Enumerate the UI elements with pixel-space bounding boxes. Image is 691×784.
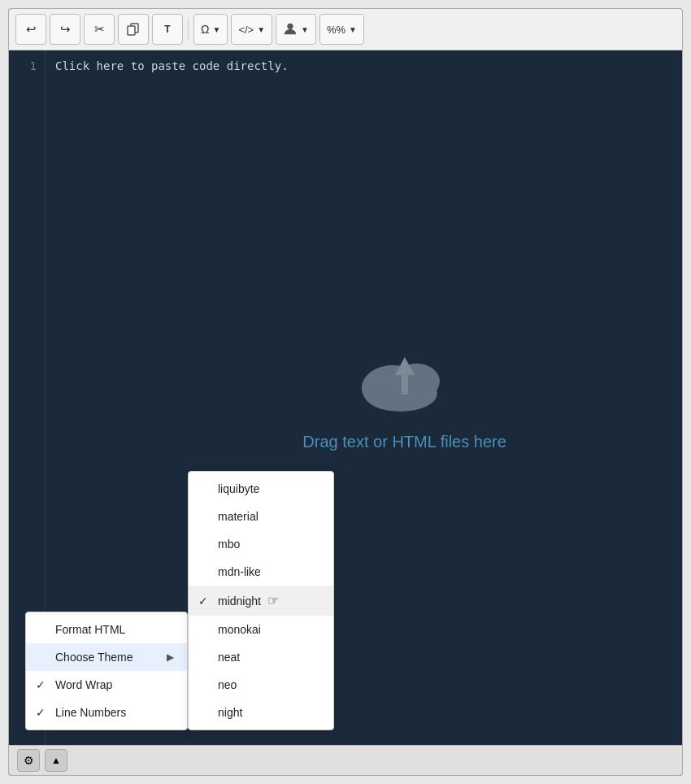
user-icon bbox=[283, 21, 298, 38]
editor-window: ↩ ↪ ✂ T Ω ▼ </> ▼ ▼ bbox=[8, 8, 683, 776]
line-number-1: 1 bbox=[30, 59, 37, 72]
theme-monokai[interactable]: monokai bbox=[189, 616, 333, 643]
word-wrap-item[interactable]: ✓ Word Wrap bbox=[26, 671, 187, 699]
theme-neat-label: neat bbox=[218, 651, 240, 664]
format-html-label: Format HTML bbox=[55, 623, 125, 636]
submenu-arrow-icon: ▶ bbox=[167, 651, 174, 663]
theme-mbo[interactable]: mbo bbox=[189, 530, 333, 558]
toolbar: ↩ ↪ ✂ T Ω ▼ </> ▼ ▼ bbox=[9, 9, 682, 50]
cut-button[interactable]: ✂ bbox=[84, 14, 115, 45]
percent-label: %% bbox=[327, 24, 346, 36]
theme-submenu: liquibyte material mbo mdn-like midnight… bbox=[188, 471, 334, 730]
drag-drop-text: Drag text or HTML files here bbox=[302, 429, 506, 455]
omega-icon: Ω bbox=[201, 23, 209, 36]
theme-neo-label: neo bbox=[218, 678, 237, 691]
theme-neat[interactable]: neat bbox=[189, 643, 333, 671]
editor-placeholder: Click here to paste code directly. bbox=[55, 59, 289, 72]
theme-material[interactable]: material bbox=[189, 503, 333, 530]
gear-icon: ⚙ bbox=[24, 754, 34, 767]
theme-neo[interactable]: neo bbox=[189, 671, 333, 699]
context-menu: Format HTML Choose Theme ▶ ✓ Word Wrap ✓… bbox=[25, 612, 188, 730]
copy-button[interactable] bbox=[118, 14, 149, 45]
user-dropdown[interactable]: ▼ bbox=[276, 14, 316, 45]
collapse-arrow-button[interactable]: ▲ bbox=[45, 749, 67, 772]
format-html-item[interactable]: Format HTML bbox=[26, 616, 187, 643]
redo-button[interactable]: ↪ bbox=[50, 14, 80, 45]
svg-point-2 bbox=[287, 23, 293, 28]
percent-chevron: ▼ bbox=[349, 25, 357, 34]
undo-button[interactable]: ↩ bbox=[15, 14, 46, 45]
line-numbers-item[interactable]: ✓ Line Numbers bbox=[26, 699, 187, 726]
theme-midnight-label: midnight bbox=[218, 595, 261, 608]
status-bar: ⚙ ▲ bbox=[9, 745, 682, 775]
theme-night-label: night bbox=[218, 706, 242, 719]
code-icon: </> bbox=[238, 24, 254, 36]
settings-gear-button[interactable]: ⚙ bbox=[17, 749, 40, 772]
word-wrap-checkmark: ✓ bbox=[36, 678, 46, 691]
user-chevron: ▼ bbox=[301, 25, 309, 34]
svg-point-5 bbox=[364, 376, 437, 412]
svg-rect-1 bbox=[128, 26, 135, 35]
upload-cloud-icon bbox=[356, 341, 454, 414]
code-dropdown[interactable]: </> ▼ bbox=[231, 14, 272, 45]
line-numbers-label: Line Numbers bbox=[55, 706, 126, 719]
word-wrap-label: Word Wrap bbox=[55, 678, 112, 691]
cursor-icon: ☞ bbox=[267, 593, 279, 608]
upload-area: Drag text or HTML files here bbox=[302, 341, 506, 455]
theme-mdn-like[interactable]: mdn-like bbox=[189, 558, 333, 586]
theme-midnight[interactable]: midnight ☞ bbox=[189, 586, 333, 616]
theme-mdn-like-label: mdn-like bbox=[218, 565, 261, 578]
choose-theme-item[interactable]: Choose Theme ▶ bbox=[26, 643, 187, 671]
choose-theme-label: Choose Theme bbox=[55, 651, 133, 664]
theme-material-label: material bbox=[218, 510, 259, 523]
omega-chevron: ▼ bbox=[212, 25, 220, 34]
arrow-up-icon: ▲ bbox=[51, 755, 61, 766]
theme-night[interactable]: night bbox=[189, 699, 333, 726]
theme-mbo-label: mbo bbox=[218, 538, 240, 551]
theme-liquibyte[interactable]: liquibyte bbox=[189, 475, 333, 503]
code-chevron: ▼ bbox=[257, 25, 265, 34]
theme-liquibyte-label: liquibyte bbox=[218, 482, 259, 495]
omega-dropdown[interactable]: Ω ▼ bbox=[193, 14, 228, 45]
percent-dropdown[interactable]: %% ▼ bbox=[319, 14, 364, 45]
paste-text-button[interactable]: T bbox=[152, 14, 183, 45]
line-numbers-checkmark: ✓ bbox=[36, 706, 46, 719]
theme-monokai-label: monokai bbox=[218, 623, 261, 636]
